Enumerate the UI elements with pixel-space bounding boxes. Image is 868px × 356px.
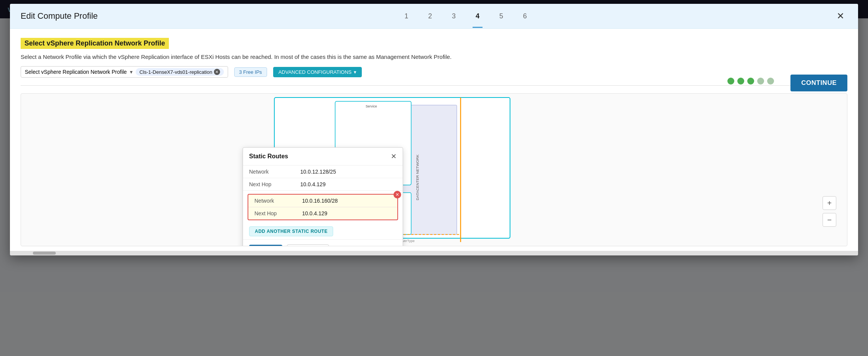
static-routes-popup: Static Routes ✕ Network 10.0.12.128/25 N… — [243, 147, 403, 246]
route-1-nexthop-label: Next Hop — [249, 181, 297, 187]
route-1-nexthop-row: Next Hop 10.0.4.129 — [243, 178, 403, 191]
modal-close-button[interactable]: ✕ — [834, 9, 847, 23]
section-title: Select vSphere Replication Network Profi… — [21, 38, 169, 49]
route-2-section: ✕ Network 10.0.16.160/28 Next Hop 10.0.4… — [248, 194, 398, 220]
route-2-network-row: Network 10.0.16.160/28 — [248, 195, 397, 207]
step-5[interactable]: 5 — [496, 11, 506, 22]
network-profile-selector[interactable]: Select vSphere Replication Network Profi… — [21, 66, 228, 78]
step-3[interactable]: 3 — [449, 11, 459, 22]
route-2-nexthop-row: Next Hop 10.0.4.129 — [248, 207, 397, 219]
route-2-network-value: 10.0.16.160/28 — [302, 198, 391, 204]
status-dot-1 — [727, 78, 734, 85]
zoom-out-button[interactable]: − — [823, 213, 836, 227]
continue-button[interactable]: CONTINUE — [790, 75, 847, 91]
close-icon: ✕ — [215, 70, 219, 75]
status-dot-4 — [757, 78, 764, 85]
modal-title: Edit Compute Profile — [21, 11, 98, 21]
delete-icon: ✕ — [395, 192, 399, 197]
add-route-container: ADD ANOTHER STATIC ROUTE — [243, 223, 403, 239]
popup-title: Static Routes — [249, 153, 288, 160]
section-description: Select a Network Profile via which the v… — [21, 54, 847, 60]
datacenter-label: DATACENTER NETWORK — [415, 154, 419, 200]
advanced-config-label: ADVANCED CONFIGURATIONS — [279, 69, 352, 75]
profile-tag-text: Cls-1-DenseX7-vds01-replication — [139, 69, 212, 75]
route-2-nexthop-label: Next Hop — [254, 210, 299, 216]
status-dot-5 — [767, 78, 774, 85]
modal-header: Edit Compute Profile 1 2 3 4 5 6 ✕ — [10, 4, 858, 29]
route-1-network-label: Network — [249, 169, 297, 175]
profile-selector-label: Select vSphere Replication Network Profi… — [25, 69, 127, 75]
popup-header: Static Routes ✕ — [243, 148, 403, 166]
status-dot-3 — [747, 78, 754, 85]
route-1-network-row: Network 10.0.12.128/25 — [243, 166, 403, 178]
popup-close-button[interactable]: ✕ — [391, 152, 397, 161]
chevron-down-icon: ▾ — [130, 69, 133, 75]
status-dot-2 — [737, 78, 744, 85]
status-dots — [727, 78, 774, 85]
route-1-network-value: 10.0.12.128/25 — [300, 169, 397, 175]
route-2-nexthop-value: 10.0.4.129 — [302, 210, 391, 216]
zoom-in-button[interactable]: + — [823, 196, 836, 210]
horizontal-scrollbar[interactable] — [10, 251, 858, 255]
save-button[interactable]: SAVE — [249, 245, 282, 246]
step-1[interactable]: 1 — [402, 11, 411, 22]
network-diagram: DATACENTER NETWORK Service Deployment Ov… — [21, 93, 847, 246]
advanced-configurations-button[interactable]: ADVANCED CONFIGURATIONS ▾ — [273, 67, 362, 77]
route-2-network-label: Network — [254, 198, 299, 204]
step-6[interactable]: 6 — [520, 11, 530, 22]
zoom-controls: + − — [823, 196, 836, 227]
route-2-delete-button[interactable]: ✕ — [394, 191, 401, 198]
diagram-svg: DATACENTER NETWORK Service Deployment Ov… — [21, 94, 847, 246]
add-another-static-route-button[interactable]: ADD ANOTHER STATIC ROUTE — [249, 226, 333, 236]
service-label: Service — [366, 104, 377, 108]
cancel-button[interactable]: CANCEL — [287, 244, 329, 246]
modal-overlay: Edit Compute Profile 1 2 3 4 5 6 ✕ Selec… — [0, 0, 868, 356]
step-navigation: 1 2 3 4 5 6 — [402, 11, 530, 22]
free-ips-badge[interactable]: 3 Free IPs — [234, 67, 267, 77]
step-2[interactable]: 2 — [425, 11, 435, 22]
modal-body: Select vSphere Replication Network Profi… — [10, 29, 858, 255]
edit-compute-profile-modal: Edit Compute Profile 1 2 3 4 5 6 ✕ Selec… — [10, 4, 858, 255]
route-1-nexthop-value: 10.0.4.129 — [300, 181, 397, 187]
profile-tag-remove-button[interactable]: ✕ — [214, 69, 220, 75]
profile-tag: Cls-1-DenseX7-vds01-replication ✕ — [136, 68, 224, 76]
divider — [21, 85, 847, 86]
step-4[interactable]: 4 — [473, 11, 483, 22]
popup-actions: SAVE CANCEL — [243, 239, 403, 246]
controls-row: Select vSphere Replication Network Profi… — [21, 66, 847, 78]
chevron-down-icon: ▾ — [354, 69, 356, 75]
scrollbar-thumb — [33, 252, 56, 255]
